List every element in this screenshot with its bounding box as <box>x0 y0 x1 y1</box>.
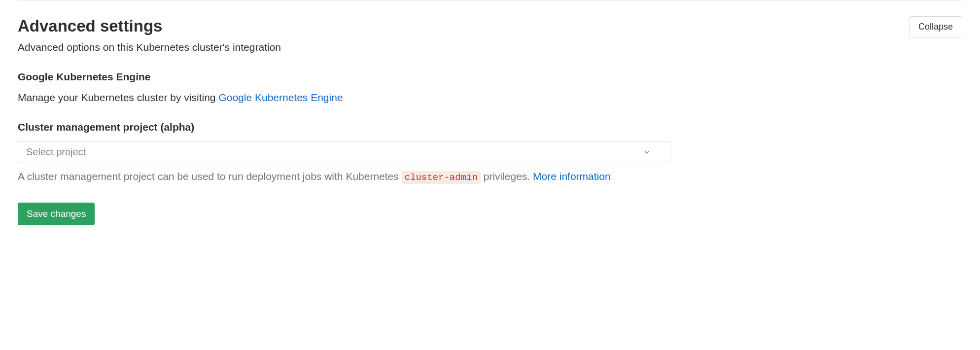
help-prefix: A cluster management project can be used… <box>18 171 402 182</box>
project-select[interactable]: Select project <box>18 141 670 163</box>
cluster-project-label: Cluster management project (alpha) <box>18 121 962 133</box>
section-divider <box>18 0 962 0</box>
project-select-placeholder: Select project <box>26 146 86 158</box>
section-title: Advanced settings <box>18 16 162 36</box>
section-header: Advanced settings Collapse <box>18 16 962 37</box>
gke-link[interactable]: Google Kubernetes Engine <box>218 92 343 103</box>
project-select-wrapper: Select project <box>18 141 670 163</box>
cluster-project-help: A cluster management project can be used… <box>18 168 649 185</box>
more-info-link[interactable]: More information <box>533 171 611 182</box>
help-suffix: privileges. <box>481 171 533 182</box>
gke-text: Manage your Kubernetes cluster by visiti… <box>18 92 962 104</box>
save-changes-button[interactable]: Save changes <box>18 203 95 225</box>
gke-text-prefix: Manage your Kubernetes cluster by visiti… <box>18 92 218 103</box>
cluster-admin-code: cluster-admin <box>402 171 481 184</box>
section-description: Advanced options on this Kubernetes clus… <box>18 41 962 53</box>
chevron-down-icon <box>643 149 650 156</box>
gke-title: Google Kubernetes Engine <box>18 71 962 83</box>
collapse-button[interactable]: Collapse <box>909 16 962 37</box>
